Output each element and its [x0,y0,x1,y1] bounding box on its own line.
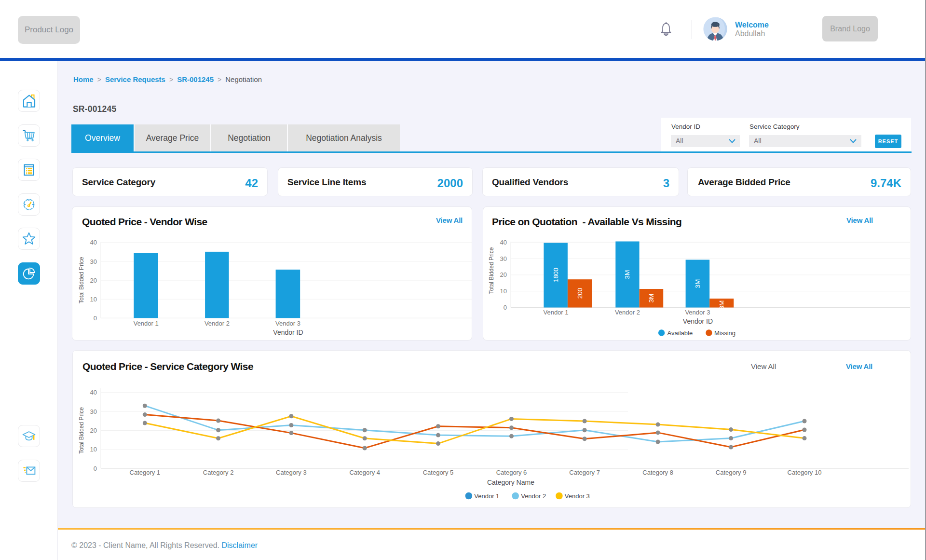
svg-text:0: 0 [504,304,507,311]
svg-text:Vendor 1: Vendor 1 [474,492,499,500]
svg-text:Available: Available [667,329,693,337]
svg-text:Category Name: Category Name [487,478,534,486]
svg-text:10: 10 [90,296,97,303]
svg-text:Vendor 3: Vendor 3 [565,492,590,500]
svg-text:Category 6: Category 6 [496,469,527,476]
svg-text:Category 3: Category 3 [276,469,307,476]
svg-text:Category 8: Category 8 [642,469,673,476]
svg-text:200: 200 [576,288,584,299]
svg-text:Vendor ID: Vendor ID [683,317,713,325]
svg-text:20: 20 [90,427,97,434]
svg-text:20: 20 [500,271,507,278]
svg-text:3M: 3M [648,294,655,303]
svg-text:Category 10: Category 10 [788,469,822,476]
svg-text:Vendor 3: Vendor 3 [685,309,710,316]
svg-text:Vendor 1: Vendor 1 [134,320,159,327]
svg-text:0: 0 [94,314,97,322]
svg-text:Total Bidded Price: Total Bidded Price [488,247,495,294]
svg-text:Category 1: Category 1 [130,469,161,476]
svg-text:30: 30 [90,258,97,265]
svg-text:Vendor 2: Vendor 2 [204,320,230,327]
svg-text:10: 10 [90,446,97,453]
svg-text:Category 2: Category 2 [203,469,234,476]
svg-text:0: 0 [94,465,97,472]
svg-text:30: 30 [90,408,97,415]
svg-text:40: 40 [90,239,97,246]
svg-text:Missing: Missing [714,329,735,337]
svg-text:Vendor 1: Vendor 1 [543,309,568,316]
svg-text:Vendor 2: Vendor 2 [521,492,546,500]
svg-text:3M: 3M [694,279,701,288]
svg-text:Vendor 2: Vendor 2 [615,309,640,316]
svg-text:Total Bidded Price: Total Bidded Price [78,257,85,303]
svg-text:Category 7: Category 7 [569,469,600,476]
svg-text:3M: 3M [624,270,631,279]
svg-text:Total Bidded Price: Total Bidded Price [78,407,85,454]
svg-text:Category 5: Category 5 [423,469,454,476]
svg-text:20: 20 [90,277,97,284]
svg-text:3M: 3M [718,300,725,310]
svg-text:Vendor ID: Vendor ID [273,328,303,336]
svg-text:40: 40 [500,239,507,246]
svg-text:Vendor 3: Vendor 3 [275,320,300,327]
svg-text:40: 40 [90,389,97,396]
svg-text:30: 30 [500,255,507,262]
svg-text:10: 10 [500,287,507,295]
svg-text:Category 9: Category 9 [716,469,747,476]
svg-text:Category 4: Category 4 [349,469,380,476]
svg-text:1800: 1800 [552,268,559,282]
